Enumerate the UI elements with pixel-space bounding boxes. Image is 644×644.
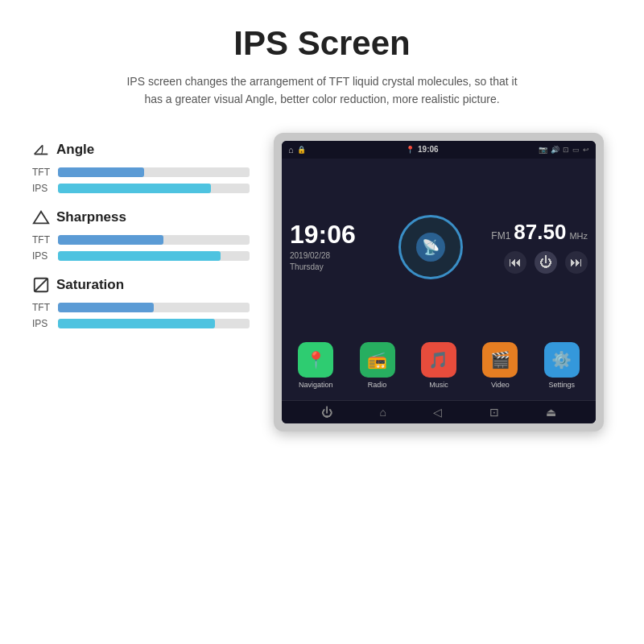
screen-main: 19:06 2019/02/28 Thursday 📡 <box>282 159 596 336</box>
page-title: IPS Screen <box>233 24 410 63</box>
angle-tft-fill <box>58 167 144 177</box>
fm-frequency: 87.50 <box>514 220 566 245</box>
sharpness-tft-fill <box>58 235 163 245</box>
status-bar: ⌂ 🔒 📍 19:06 📷 🔊 ⊡ ▭ ↩ <box>282 141 596 159</box>
date-display: 2019/02/28 Thursday <box>290 250 370 273</box>
navigation-label: Navigation <box>299 381 333 389</box>
radio-icon: 📡 <box>422 238 440 256</box>
comparison-panel: Angle TFT IPS <box>32 133 250 329</box>
settings-label: Settings <box>549 381 576 389</box>
dial-indicator: 📡 <box>416 233 445 262</box>
back-icon[interactable]: ↩ <box>583 146 589 154</box>
video-icon: 🎬 <box>482 342 518 378</box>
home-icon[interactable]: ⌂ <box>288 145 294 155</box>
navigation-icon: 📍 <box>298 342 333 378</box>
sharpness-ips-fill <box>58 251 221 261</box>
status-right: 📷 🔊 ⊡ ▭ ↩ <box>539 146 589 154</box>
bottom-bar: ⏻ ⌂ ◁ ⊡ ⏏ <box>282 400 596 423</box>
status-left: ⌂ 🔒 <box>288 145 306 155</box>
saturation-tft-label: TFT <box>32 302 52 313</box>
pin-icon: 📍 <box>406 146 415 154</box>
app-music[interactable]: 🎵 Music <box>408 336 469 395</box>
settings-icon: ⚙️ <box>544 342 580 378</box>
saturation-tft-track <box>58 303 250 312</box>
angle-ips-fill <box>58 184 211 193</box>
next-button[interactable]: ⏭ <box>565 251 588 274</box>
sharpness-tft-label: TFT <box>32 234 52 246</box>
app-settings[interactable]: ⚙️ Settings <box>531 336 592 395</box>
sharpness-icon <box>32 208 50 226</box>
saturation-icon <box>32 276 50 294</box>
camera-icon: 📷 <box>539 146 547 154</box>
screen-panel: ⌂ 🔒 📍 19:06 📷 🔊 ⊡ ▭ ↩ <box>266 133 612 431</box>
app-navigation[interactable]: 📍 Navigation <box>285 336 346 395</box>
radio-app-icon: 📻 <box>360 342 395 378</box>
wifi-icon: ▭ <box>572 146 580 154</box>
sharpness-tft-row: TFT <box>32 234 250 246</box>
angle-ips-row: IPS <box>32 183 250 194</box>
video-label: Video <box>491 381 510 389</box>
angle-title: Angle <box>56 142 94 158</box>
sharpness-header: Sharpness <box>32 208 250 226</box>
music-icon: 🎵 <box>421 342 456 378</box>
svg-marker-2 <box>34 211 48 223</box>
car-screen-inner: ⌂ 🔒 📍 19:06 📷 🔊 ⊡ ▭ ↩ <box>282 141 596 423</box>
date-value: 2019/02/28 <box>290 250 370 262</box>
sharpness-title: Sharpness <box>56 209 126 225</box>
angle-tft-row: TFT <box>32 167 250 178</box>
status-time: 19:06 <box>418 145 439 154</box>
fm-unit: MHz <box>569 231 588 241</box>
clock-display: 19:06 <box>290 221 370 247</box>
fm-block: FM1 87.50 MHz ⏮ ⏻ ⏭ <box>491 167 588 328</box>
radio-label: Radio <box>368 381 387 389</box>
app-video[interactable]: 🎬 Video <box>469 336 530 395</box>
angle-ips-label: IPS <box>32 183 52 194</box>
info-block: 19:06 2019/02/28 Thursday <box>290 167 370 328</box>
angle-header: Angle <box>32 141 250 159</box>
sharpness-ips-row: IPS <box>32 250 250 262</box>
angle-icon <box>32 141 50 159</box>
eject-icon[interactable]: ⏏ <box>546 406 556 419</box>
saturation-tft-fill <box>58 303 154 312</box>
fm-band: FM1 <box>491 230 510 242</box>
content-row: Angle TFT IPS <box>32 133 612 431</box>
saturation-ips-label: IPS <box>32 318 52 329</box>
volume-icon[interactable]: 🔊 <box>551 146 559 154</box>
page-subtitle: IPS screen changes the arrangement of TF… <box>121 72 523 109</box>
dial-circle[interactable]: 📡 <box>398 215 463 279</box>
saturation-ips-fill <box>58 319 215 328</box>
svg-line-0 <box>35 145 43 154</box>
app-radio[interactable]: 📻 Radio <box>346 336 407 395</box>
power-bottom-icon[interactable]: ⏻ <box>321 406 332 419</box>
recent-apps-icon[interactable]: ⊡ <box>489 406 499 419</box>
saturation-ips-row: IPS <box>32 318 250 329</box>
sharpness-tft-track <box>58 235 250 245</box>
car-screen-outer: ⌂ 🔒 📍 19:06 📷 🔊 ⊡ ▭ ↩ <box>274 133 604 431</box>
saturation-title: Saturation <box>56 277 124 293</box>
angle-tft-track <box>58 167 250 177</box>
angle-section: Angle TFT IPS <box>32 141 250 194</box>
angle-tft-label: TFT <box>32 167 52 178</box>
saturation-section: Saturation TFT IPS <box>32 276 250 329</box>
music-label: Music <box>429 381 448 389</box>
home-bottom-icon[interactable]: ⌂ <box>379 406 386 419</box>
prev-button[interactable]: ⏮ <box>504 251 526 274</box>
radio-dial: 📡 <box>377 167 485 328</box>
lock-icon: 🔒 <box>297 146 306 154</box>
day-value: Thursday <box>290 262 370 273</box>
svg-line-4 <box>35 279 48 292</box>
sharpness-ips-track <box>58 251 250 261</box>
sharpness-section: Sharpness TFT IPS <box>32 208 250 262</box>
app-grid: 📍 Navigation 📻 Radio 🎵 Music 🎬 <box>282 336 596 400</box>
bluetooth-icon: ⊡ <box>563 146 569 154</box>
status-center: 📍 19:06 <box>406 145 439 154</box>
saturation-tft-row: TFT <box>32 302 250 313</box>
android-back-icon[interactable]: ◁ <box>433 406 442 419</box>
saturation-ips-track <box>58 319 250 328</box>
page-wrapper: IPS Screen IPS screen changes the arrang… <box>0 0 644 644</box>
sharpness-ips-label: IPS <box>32 250 52 262</box>
saturation-header: Saturation <box>32 276 250 294</box>
power-button[interactable]: ⏻ <box>535 251 557 274</box>
fm-controls: ⏮ ⏻ ⏭ <box>504 251 588 274</box>
angle-ips-track <box>58 184 250 193</box>
